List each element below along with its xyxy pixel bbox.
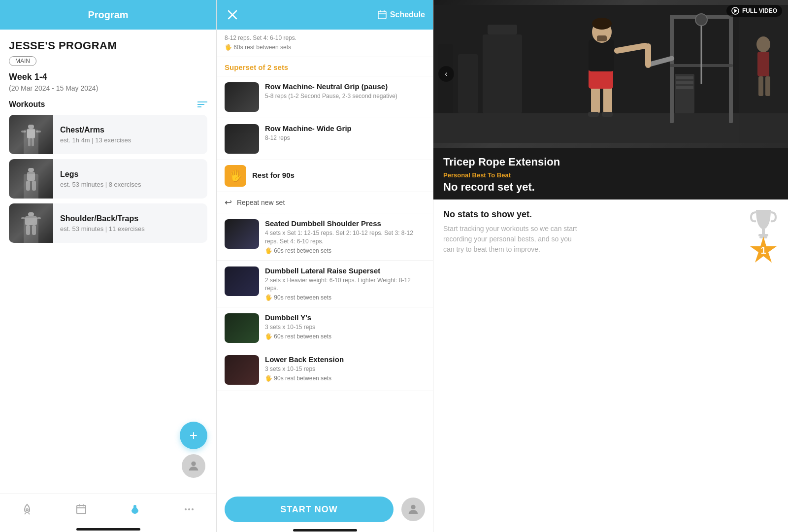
- filter-line-3: [197, 106, 201, 107]
- svg-rect-14: [21, 217, 25, 219]
- svg-rect-62: [757, 52, 769, 76]
- svg-rect-41: [675, 74, 694, 113]
- stats-section: No stats to show yet. Start tracking you…: [433, 200, 788, 532]
- repeat-icon: ↩: [225, 197, 232, 208]
- rest-label: Rest for 90s: [252, 171, 295, 179]
- svg-rect-63: [758, 76, 763, 96]
- workout-title-shoulders: Shoulder/Back/Traps: [60, 214, 145, 223]
- workouts-label: Workouts: [9, 100, 45, 109]
- nav-item-workouts[interactable]: [128, 502, 142, 516]
- profile-button-1[interactable]: [182, 454, 205, 478]
- bottom-nav: [0, 494, 216, 528]
- full-video-label: FULL VIDEO: [742, 7, 777, 14]
- exercise-detail-content: Tricep Rope Extension Personal Best To B…: [433, 148, 788, 200]
- svg-rect-9: [32, 181, 36, 191]
- shoulder-rest: 🖐 60s rest between sets: [265, 247, 425, 254]
- star-number: 1: [760, 245, 766, 256]
- svg-point-22: [185, 508, 187, 510]
- program-header-title: Program: [88, 9, 128, 21]
- filter-icon[interactable]: [197, 101, 207, 107]
- exercise-info-back: Lower Back Extension 3 sets x 10-15 reps…: [265, 355, 425, 382]
- star-badge-container: 1: [749, 235, 778, 265]
- svg-rect-57: [488, 25, 517, 34]
- svg-rect-10: [28, 212, 34, 216]
- svg-rect-54: [588, 112, 599, 117]
- workout-thumb-chest: [9, 115, 53, 154]
- svg-rect-33: [433, 113, 788, 143]
- nav-item-calendar[interactable]: [74, 502, 88, 516]
- program-panel: Program JESSE'S PROGRAM MAIN Week 1-4 (2…: [0, 0, 217, 532]
- nav-item-rocket[interactable]: [20, 502, 34, 516]
- exercise-row-wide[interactable]: Row Machine- Wide Grip 8-12 reps: [217, 118, 433, 160]
- svg-point-23: [188, 508, 190, 510]
- exercise-name-back: Lower Back Extension: [265, 355, 425, 364]
- fab-container: +: [180, 422, 207, 478]
- gym-scene: [433, 0, 788, 148]
- program-badge: MAIN: [9, 56, 36, 66]
- home-indicator-1: [76, 528, 140, 531]
- exercise-dumbbell-y[interactable]: Dumbbell Y's 3 sets x 10-15 reps 🖐 60s r…: [217, 307, 433, 349]
- svg-rect-12: [26, 225, 30, 235]
- svg-rect-7: [27, 172, 35, 181]
- program-name: JESSE'S PROGRAM: [9, 39, 207, 52]
- svg-rect-44: [676, 86, 693, 89]
- exercise-thumb-row-wide: [225, 124, 259, 154]
- workout-panel: Schedule 8-12 reps. Set 4: 6-10 reps. 🖐 …: [217, 0, 433, 532]
- svg-rect-18: [77, 505, 86, 514]
- schedule-button[interactable]: Schedule: [377, 10, 425, 20]
- back-rest: 🖐 90s rest between sets: [265, 375, 425, 382]
- profile-icon-1: [187, 459, 200, 473]
- rest-hand-icon: 🖐: [225, 165, 246, 187]
- svg-rect-0: [28, 125, 34, 129]
- exercise-shoulder-press[interactable]: Seated Dumbbell Shoulder Press 4 sets x …: [217, 213, 433, 261]
- svg-point-17: [26, 509, 28, 511]
- exercise-name-shoulder: Seated Dumbbell Shoulder Press: [265, 219, 425, 228]
- svg-point-16: [191, 462, 196, 466]
- svg-rect-34: [670, 15, 674, 123]
- svg-rect-48: [589, 39, 614, 71]
- exercise-detail-name: Tricep Rope Extension: [443, 156, 778, 168]
- nav-item-more[interactable]: [182, 502, 196, 516]
- play-icon: [731, 7, 739, 15]
- add-button[interactable]: +: [180, 422, 207, 449]
- svg-point-38: [695, 14, 707, 26]
- svg-point-50: [592, 18, 612, 30]
- svg-rect-55: [602, 112, 613, 117]
- exercise-info-row-wide: Row Machine- Wide Grip 8-12 reps: [265, 124, 425, 142]
- svg-rect-47: [589, 69, 613, 89]
- svg-point-24: [192, 508, 194, 510]
- svg-rect-67: [762, 229, 765, 234]
- svg-point-31: [411, 505, 415, 509]
- exercise-info-shoulder: Seated Dumbbell Shoulder Press 4 sets x …: [265, 219, 425, 254]
- workout-item-chest[interactable]: Chest/Arms est. 1h 4m | 13 exercises: [9, 115, 207, 154]
- profile-button-2[interactable]: [401, 498, 425, 521]
- top-exercise-desc: 8-12 reps. Set 4: 6-10 reps.: [225, 33, 425, 42]
- svg-rect-46: [603, 86, 612, 113]
- repeat-text: Repeat new set: [237, 199, 285, 206]
- calendar-icon: [74, 502, 88, 516]
- workout-meta-legs: est. 53 minutes | 8 exercises: [60, 181, 141, 188]
- workout-item-legs[interactable]: Legs est. 53 minutes | 8 exercises: [9, 159, 207, 199]
- full-video-button[interactable]: FULL VIDEO: [726, 5, 782, 17]
- svg-rect-11: [25, 216, 37, 225]
- workout-info-shoulders: Shoulder/Back/Traps est. 53 minutes | 11…: [53, 209, 152, 237]
- svg-rect-56: [483, 34, 522, 113]
- workout-thumb-legs: [9, 159, 53, 199]
- workout-item-shoulders[interactable]: Shoulder/Back/Traps est. 53 minutes | 11…: [9, 203, 207, 243]
- filter-line-2: [197, 104, 204, 105]
- svg-rect-45: [591, 86, 600, 113]
- start-now-button[interactable]: START NOW: [225, 497, 394, 522]
- exercise-lateral-raise[interactable]: Dumbbell Lateral Raise Superset 2 sets x…: [217, 261, 433, 308]
- stats-desc: Start tracking your workouts so we can s…: [443, 224, 581, 255]
- workout-thumb-shoulders: [9, 203, 53, 243]
- exercise-item-top: 8-12 reps. Set 4: 6-10 reps. 🖐 60s rest …: [217, 30, 433, 57]
- schedule-label: Schedule: [390, 10, 425, 19]
- exercise-desc-row-wide: 8-12 reps: [265, 134, 425, 142]
- svg-rect-64: [765, 76, 770, 96]
- workout-scroll-area[interactable]: 8-12 reps. Set 4: 6-10 reps. 🖐 60s rest …: [217, 30, 433, 528]
- exercise-row-neutral[interactable]: Row Machine- Neutral Grip (pause) 5-8 re…: [217, 76, 433, 118]
- start-now-label: START NOW: [280, 504, 338, 515]
- exercise-lower-back[interactable]: Lower Back Extension 3 sets x 10-15 reps…: [217, 349, 433, 391]
- close-button[interactable]: [225, 7, 240, 23]
- prev-button[interactable]: ‹: [438, 66, 454, 82]
